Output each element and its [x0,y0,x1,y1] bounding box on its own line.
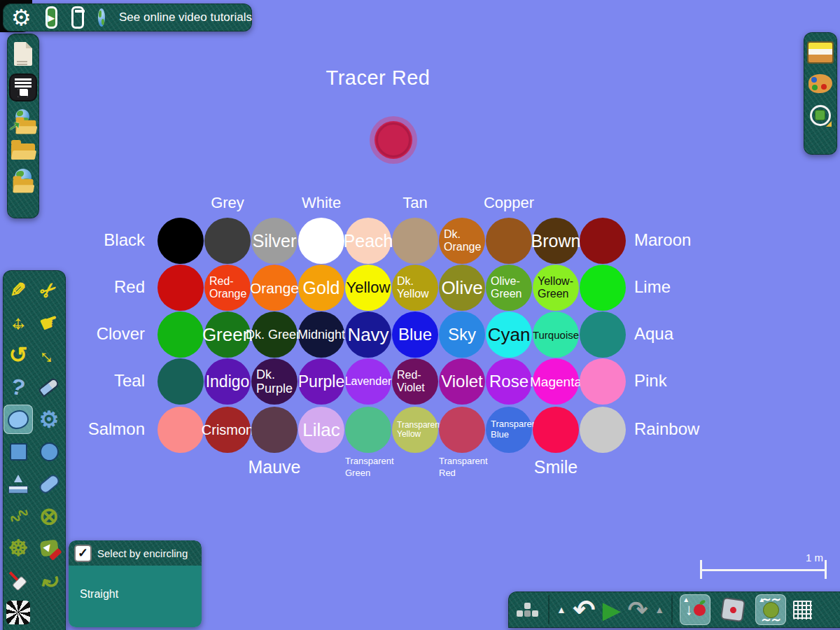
palette-circle-grey[interactable] [204,218,251,264]
palette-circle-orange[interactable]: Orange [251,265,298,311]
import-online-icon[interactable]: ➝ [10,109,36,134]
settings-gear-icon[interactable]: ⚙ [11,6,31,29]
palette-circle-navy[interactable]: Navy [345,312,391,358]
palette-circle-peach[interactable]: Peach [345,218,391,264]
palette-circle-yellow-green[interactable]: Yellow-Green [533,265,579,311]
palette-circle-dk-yellow[interactable]: Dk.Yellow [392,265,438,311]
palette-circle-transparent-red[interactable] [439,407,485,453]
palette-circle-teal[interactable] [158,358,204,405]
capsule-tool[interactable] [34,469,64,498]
move-tool[interactable]: ↔↕ [4,308,33,337]
fluid-toggle[interactable]: ▲ [755,594,786,625]
palette-circle-salmon[interactable] [158,407,204,453]
palette-circle-lime[interactable] [580,265,626,311]
palette-circle-rose[interactable]: Rose [486,358,532,405]
palette-circle-silver[interactable]: Silver [251,218,298,264]
window-layout-icon[interactable] [71,6,84,29]
palette-circle-sky[interactable]: Sky [439,312,485,358]
palette-circle-dk-orange[interactable]: Dk.Orange [439,218,485,264]
encircle-checkbox[interactable] [74,545,92,562]
video-tutorials-icon[interactable] [46,6,57,29]
palette-circle-black[interactable] [158,218,204,264]
spring-tool[interactable]: ∿∿ [4,501,33,531]
divider [548,595,550,624]
palette-circle-gold[interactable]: Gold [298,265,344,311]
palette-circle-dk-purple[interactable]: Dk.Purple [251,358,298,405]
palette-label-navy: Navy [347,326,388,344]
palette-circle-rainbow[interactable] [580,407,626,453]
expand-up-left-icon[interactable]: ▲ [556,605,566,615]
drag-tool[interactable]: ☛ [34,308,64,337]
box-tool[interactable] [4,437,33,466]
hinge-tool[interactable]: ↷ [34,566,64,595]
palette-circle-smile[interactable] [533,407,579,453]
palette-circle-magenta[interactable]: Magenta [533,358,579,405]
palette-circle-transparent-blue[interactable]: TransparentBlue [486,407,532,453]
expand-up-right-icon[interactable]: ▲ [654,605,664,615]
play-icon[interactable]: ▶ [603,598,621,622]
knife-tool[interactable] [34,372,64,402]
vortex-tool[interactable] [4,598,33,627]
redo-icon[interactable]: ↷ [628,598,648,622]
palette-circle-white[interactable] [298,218,344,264]
palette-circle-red[interactable] [158,265,204,311]
straight-option[interactable]: Straight [80,588,118,600]
palette-circle-brown[interactable]: Brown [533,218,579,264]
new-document-icon[interactable] [14,42,32,66]
tracer-ball[interactable] [370,116,417,164]
palette-circle-purple[interactable]: Purple [298,358,344,405]
palette-circle-copper[interactable] [486,218,532,264]
open-folder-icon[interactable] [11,144,35,160]
sketch-tool[interactable]: ✎ [4,276,33,305]
palette-circle-indigo[interactable]: Indigo [204,358,251,405]
palette-circle-red-orange[interactable]: Red-Orange [204,265,251,311]
rope-tool[interactable]: ? [4,372,33,402]
cut-tool[interactable]: ✂ [34,276,64,305]
brush-tool[interactable] [4,405,33,434]
zoom-to-selection-icon[interactable] [808,104,832,127]
palette-circle-olive[interactable]: Olive [439,265,485,311]
save-floppy-icon[interactable] [10,75,36,100]
palette-circle-pink[interactable] [580,358,626,405]
palette-circle-turquoise[interactable]: Turquoise [533,312,579,358]
palette-circle-aqua[interactable] [580,312,626,358]
palette-circle-violet[interactable]: Violet [439,358,485,405]
globe-icon[interactable] [98,8,105,27]
palette-circle-crismon[interactable]: Crismon [204,407,251,453]
palette-circle-olive-green[interactable]: Olive-Green [486,265,532,311]
palette-circle-cyan[interactable]: Cyan [486,312,532,358]
gear-tool[interactable]: ⚙ [34,405,64,434]
gravity-toggle[interactable]: ▲ ↓ [680,594,710,625]
palette-circle-lilac[interactable]: Lilac [298,407,344,453]
palette-circle-mauve[interactable] [251,407,298,453]
air-box-icon [720,597,746,622]
scale-tool[interactable]: ↔ [34,340,64,370]
air-friction-toggle[interactable] [718,594,748,625]
palette-circle-dk-green[interactable]: Dk. Green [251,312,298,358]
circle-tool[interactable] [34,437,64,466]
background-layers-icon[interactable] [807,41,834,64]
tutorial-link-label[interactable]: See online video tutorials [119,10,252,24]
palette-circle-maroon[interactable] [580,218,626,264]
color-palette-icon[interactable] [808,74,832,93]
motor-tool[interactable]: ☸ [4,533,33,563]
browse-online-icon[interactable] [10,169,36,194]
palette-circle-transparent-green[interactable] [345,407,391,453]
palette-circle-lavender[interactable]: Lavender [345,358,391,405]
arrange-blocks-icon[interactable] [517,603,538,617]
laser-tool[interactable] [4,566,33,595]
palette-circle-midnight[interactable]: Midnight [298,312,344,358]
palette-circle-yellow[interactable]: Yellow [345,265,391,311]
palette-circle-blue[interactable]: Blue [392,312,438,358]
grid-toggle-icon[interactable] [793,601,812,620]
palette-circle-tan[interactable] [392,218,438,264]
tracer-eraser-tool[interactable] [34,533,64,563]
undo-icon[interactable]: ↶ [573,596,596,623]
palette-circle-transparent-yellow[interactable]: TransparentYellow [392,407,438,453]
plane-tool[interactable] [4,469,33,498]
palette-circle-red-violet[interactable]: Red-Violet [392,358,438,405]
rotate-tool[interactable]: ↺ [4,340,33,370]
palette-circle-clover[interactable] [158,312,204,358]
fixate-tool[interactable]: ⊗ [34,501,64,531]
palette-circle-green[interactable]: Green [204,312,251,358]
